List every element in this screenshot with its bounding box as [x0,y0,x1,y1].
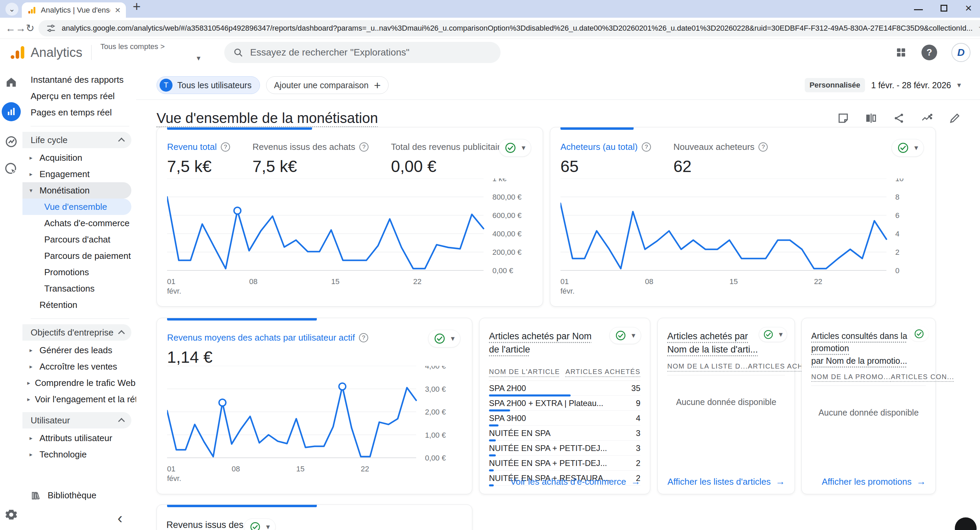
sidebar-collapse-icon[interactable]: ‹ [118,509,123,527]
user-avatar[interactable]: D [951,43,970,62]
column-header[interactable]: NOM DE L'ARTICLE [489,368,560,376]
metric[interactable]: Acheteurs (au total)?65 [560,142,651,176]
sidebar-item-library[interactable]: Bibliothèque [30,490,96,501]
sidebar-item[interactable]: Achats d'e-commerce [22,215,136,231]
sidebar-item[interactable]: Rétention [22,297,136,313]
window-close-button[interactable]: × [965,3,972,13]
buyers-line-chart[interactable]: 108642001févr.081522 [560,179,927,298]
home-icon[interactable] [5,76,18,89]
compare-icon[interactable] [865,112,877,125]
all-users-chip[interactable]: T Tous les utilisateurs [156,76,260,94]
column-header[interactable]: NOM DE LA LISTE D... [667,362,748,370]
window-minimize-button[interactable] [914,9,923,10]
revenue-line-chart[interactable]: 1 k€800,00 €600,00 €400,00 €200,00 €0,00… [167,179,535,298]
status-ok-chip[interactable] [910,326,929,341]
value-bar [489,484,494,486]
chip-caret-icon: ▾ [266,522,270,530]
table-row[interactable]: SPA 3H004 [489,411,640,426]
url-bar[interactable]: analytics.google.com/analytics/web/#/a35… [38,20,980,37]
arpau-line-chart[interactable]: 4,00 €3,00 €2,00 €1,00 €0,00 €01févr.081… [167,366,464,485]
column-header[interactable]: ARTICLES ACH... [748,362,810,370]
settings-gear-icon[interactable] [5,508,18,521]
link-promotions[interactable]: Afficher les promotions→ [822,476,926,487]
bookmark-star-icon[interactable]: ☆ [978,22,980,34]
tab-search-icon[interactable]: ⌄ [5,3,18,16]
apps-grid-icon[interactable] [895,46,907,59]
help-icon[interactable]: ? [360,142,369,152]
sidebar-item[interactable]: ▸Générer des leads [22,342,136,358]
help-icon[interactable]: ? [642,142,651,152]
svg-text:févr.: févr. [167,474,181,483]
table-row[interactable]: SPA 2H0035 [489,381,640,396]
collapse-chevron-icon [118,330,125,337]
status-ok-chip[interactable]: ▾ [891,139,924,157]
reload-button[interactable]: ↻ [26,21,34,36]
sidebar-item[interactable]: ▸Comprendre le trafic Web et/... [22,375,136,391]
share-icon[interactable] [893,112,905,125]
table-row[interactable]: NUITÉE EN SPA3 [489,426,640,441]
items-table: SPA 2H0035SPA 2H00 + EXTRA | Plateau...9… [489,381,640,486]
sidebar-item[interactable]: ▸Attributs utilisateur [22,430,136,446]
sidebar-item[interactable]: Aperçu en temps réel [22,88,136,104]
metric[interactable]: Revenus issus des achats?7,5 k€ [253,142,369,176]
chip-caret-icon: ▾ [522,144,525,152]
table-row[interactable]: SPA 2H00 + EXTRA | Plateau...9 [489,396,640,411]
new-tab-button[interactable]: + [133,0,140,14]
link-ecommerce-purchases[interactable]: Voir les achats d'e-commerce→ [511,476,640,487]
chip-caret-icon: ▾ [779,330,783,339]
forward-button[interactable]: → [16,21,26,36]
svg-text:200,00 €: 200,00 € [492,248,522,257]
sidebar-item[interactable]: Pages en temps réel [22,104,136,121]
add-comparison-chip[interactable]: Ajouter une comparaison + [266,76,388,94]
table-row[interactable]: NUITÉE EN SPA + PETIT-DEJ...3 [489,441,640,456]
sidebar-item[interactable]: ▸Technologie [22,446,136,463]
tab-close-icon[interactable]: × [115,5,121,15]
back-button[interactable]: ← [5,21,16,36]
column-header[interactable]: ARTICLES CON... [891,373,955,381]
sidebar-section-header[interactable]: Objectifs d'entreprise [22,324,131,341]
status-ok-chip[interactable]: ▾ [609,327,641,344]
status-ok-chip[interactable]: ▾ [499,139,531,157]
explore-icon[interactable] [5,135,18,148]
sidebar-item[interactable]: Parcours d'achat [22,231,136,247]
help-icon[interactable]: ? [221,142,230,152]
sidebar-item[interactable]: ▸Voir l'engagement et la rétent... [22,391,136,407]
sidebar-item[interactable]: Parcours de paiement [22,247,136,264]
sidebar-section-header[interactable]: Life cycle [22,132,131,148]
edit-icon[interactable] [949,112,961,125]
notes-icon[interactable] [837,112,850,125]
help-icon[interactable]: ? [759,142,768,152]
insights-icon[interactable] [921,112,933,125]
status-ok-chip[interactable]: ▾ [759,327,787,342]
reports-icon[interactable] [2,102,21,121]
column-header[interactable]: ARTICLES ACHETÉS [566,368,640,376]
status-ok-chip[interactable]: ▾ [244,519,275,530]
link-item-lists[interactable]: Afficher les listes d'articles→ [667,476,785,487]
metric[interactable]: Revenu total?7,5 k€ [167,142,230,176]
metric[interactable]: Nouveaux acheteurs?62 [673,142,768,176]
status-ok-chip[interactable]: ▾ [428,330,460,347]
search-bar[interactable]: Essayez de rechercher "Explorations" [224,42,501,63]
sidebar-item[interactable]: Instantané des rapports [22,72,136,88]
help-button[interactable]: ? [921,45,937,60]
window-maximize-button[interactable] [940,5,947,11]
svg-text:08: 08 [232,465,240,473]
sidebar-item[interactable]: ▾Monétisation [22,182,131,199]
sidebar-section-header[interactable]: Utilisateur [22,412,131,428]
column-header[interactable]: NOM DE LA PROMO... [811,373,891,381]
sidebar-item[interactable]: ▸Accroître les ventes [22,358,136,375]
sidebar-item[interactable]: ▸Engagement [22,166,136,182]
tune-icon[interactable] [46,23,56,34]
browser-tab[interactable]: Analytics | Vue d'ensemble de l × [22,2,126,18]
sidebar-item[interactable]: Promotions [22,264,136,280]
metric[interactable]: Revenus moyens des achats par utilisateu… [167,332,368,367]
advertising-icon[interactable] [5,162,18,176]
date-range-picker[interactable]: Personnalisée 1 févr. - 28 févr. 2026 ▾ [805,78,961,92]
help-icon[interactable]: ? [359,333,368,342]
table-row[interactable]: NUITÉE EN SPA + PETIT-DEJ...2 [489,456,640,471]
browser-tab-strip: ⌄ Analytics | Vue d'ensemble de l × + × [0,0,980,18]
sidebar-item[interactable]: ▸Acquisition [22,150,136,166]
sidebar-item[interactable]: Transactions [22,280,136,297]
account-picker[interactable]: Tous les comptes > ▾ [100,42,202,63]
sidebar-item[interactable]: Vue d'ensemble [22,199,131,215]
